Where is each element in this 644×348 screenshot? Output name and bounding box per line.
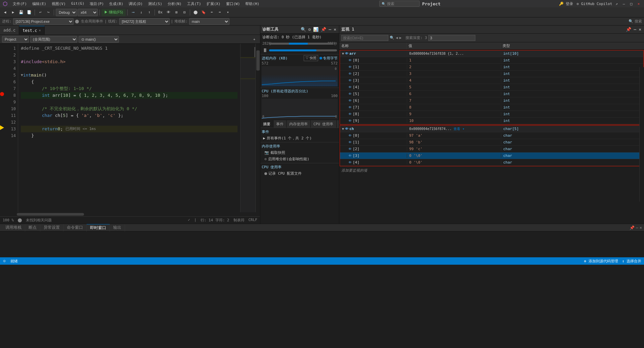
- toolbar-redo-btn[interactable]: ↪: [45, 9, 52, 16]
- immediate-content[interactable]: [0, 231, 644, 257]
- zoom-level[interactable]: 100 %: [3, 218, 14, 222]
- tab-add-c[interactable]: add.c: [0, 26, 19, 35]
- arr-item-2[interactable]: 👁[2]3int: [340, 71, 643, 77]
- thread-select[interactable]: [94272] 主线程: [119, 18, 170, 25]
- depth-input[interactable]: [428, 35, 475, 41]
- arr-group-row[interactable]: ▼ 👁 arr 0x0000004e7156f838 {1, 2... int[…: [340, 50, 643, 57]
- diag-pause-btn[interactable]: ⏸: [262, 47, 268, 53]
- arr-expand-icon[interactable]: ▼: [342, 52, 344, 55]
- bookmark-btn[interactable]: 🔖: [200, 9, 207, 16]
- minimize-button[interactable]: —: [621, 1, 627, 6]
- ch-item-0[interactable]: 👁[0]97 'a'char: [340, 132, 643, 139]
- menu-project[interactable]: 项目(P): [88, 1, 105, 7]
- ch-item-3[interactable]: 👁[3]0 '\0'char: [340, 153, 643, 159]
- menu-file[interactable]: 文件(F): [11, 1, 28, 7]
- arr-item-7[interactable]: 👁[7]8int: [340, 104, 643, 111]
- snapshot-item[interactable]: 📷 截取快照: [262, 149, 338, 156]
- github-copilot-label[interactable]: ⊙ GitHub Copilot: [576, 2, 612, 6]
- query-btn[interactable]: 查看 ▾: [454, 127, 464, 131]
- bookmark-next-btn[interactable]: ➡: [216, 9, 223, 16]
- login-label[interactable]: 🔑 登录: [559, 1, 573, 6]
- autos-btn[interactable]: ⊟: [181, 9, 188, 16]
- diag-header-btns[interactable]: 🔍 ⚙ 📊 📌 — ×: [300, 27, 337, 32]
- arr-item-1[interactable]: 👁[1]2int: [340, 64, 643, 71]
- bookmark-menu-btn[interactable]: ▾: [224, 9, 231, 16]
- maximize-button[interactable]: □: [629, 1, 634, 6]
- ch-group-row[interactable]: ▼ 👁 ch 0x0000004e7156f874... 查看 ▾ char[5…: [340, 126, 643, 132]
- editor-v-scrollbar[interactable]: [255, 44, 260, 212]
- arr-item-6[interactable]: 👁[6]7int: [340, 97, 643, 104]
- diag-mem-btns[interactable]: ▽ 快照 专用字节: [304, 55, 338, 61]
- all-events-item[interactable]: ▶ 所有事件(1 个，共 2 个): [262, 135, 338, 141]
- source-control-btn[interactable]: ⊕ 添加到源代码管理: [584, 259, 618, 264]
- monitor-close-btn[interactable]: ×: [638, 27, 642, 32]
- ch-item-2[interactable]: 👁[2]99 'c'char: [340, 146, 643, 153]
- bookmark-prev-btn[interactable]: ⬅: [208, 9, 215, 16]
- arr-item-0[interactable]: 👁[0]1int: [340, 57, 643, 64]
- bottom-tabs[interactable]: 调用堆栈 断点 异常设置 命令窗口 即时窗口 输出: [2, 224, 125, 231]
- menu-bar[interactable]: 文件(F) 编辑(E) 视图(V) Git(G) 项目(P) 生成(B) 调试(…: [11, 1, 261, 7]
- debug-config-select[interactable]: Debug: [56, 9, 77, 16]
- toolbar-forward-btn[interactable]: ▶: [9, 9, 17, 16]
- diag-pin-btn[interactable]: 📌: [320, 27, 327, 32]
- arr-item-9[interactable]: 👁[9]10int: [340, 118, 643, 124]
- stack-select[interactable]: main: [189, 18, 229, 25]
- continue-btn[interactable]: ▶ 继续(F5): [101, 9, 126, 16]
- window-controls[interactable]: — □ ×: [621, 1, 641, 6]
- hex-btn[interactable]: 0x: [157, 9, 164, 16]
- diag-graph-btn[interactable]: 📊: [312, 27, 319, 32]
- process-select[interactable]: [107136] Project.exe: [13, 18, 74, 25]
- diag-minimize-btn[interactable]: —: [328, 27, 332, 32]
- menu-edit[interactable]: 编辑(E): [31, 1, 48, 7]
- menu-view[interactable]: 视图(V): [50, 1, 67, 7]
- tab-command[interactable]: 命令窗口: [63, 224, 87, 231]
- bottom-close-btn[interactable]: ×: [640, 225, 642, 230]
- merge-label[interactable]: ↕ 选择合并: [622, 259, 641, 264]
- platform-select[interactable]: x64: [78, 9, 98, 16]
- tab-exception[interactable]: 异常设置: [40, 224, 63, 231]
- diag-tabs[interactable]: 摘要 事件 内存使用率 CPU 使用率: [260, 120, 339, 128]
- arr-item-5[interactable]: 👁[5]6int: [340, 91, 643, 97]
- monitor-header-btns[interactable]: 📌 — ×: [625, 27, 642, 32]
- menu-window[interactable]: 窗口(W): [225, 1, 242, 7]
- monitor-minimize-btn[interactable]: —: [633, 27, 637, 32]
- locals-btn[interactable]: ⊞: [173, 9, 180, 16]
- diag-tab-events[interactable]: 事件: [273, 120, 287, 128]
- tab-output[interactable]: 输出: [110, 224, 125, 231]
- toolbar-save-btn[interactable]: 💾: [17, 9, 25, 16]
- search-next-btn[interactable]: ▶: [399, 36, 402, 40]
- diag-gear-btn[interactable]: ⚙: [308, 27, 312, 32]
- tab-test-c-close[interactable]: ×: [39, 29, 41, 32]
- code-content[interactable]: #define _CRT_SECURE_NO_WARNINGS 1 #inclu…: [18, 44, 240, 212]
- global-search-box[interactable]: 🔍 搜索: [379, 1, 420, 7]
- diag-tab-summary[interactable]: 摘要: [260, 120, 273, 128]
- menu-build[interactable]: 生成(B): [108, 1, 125, 7]
- monitor-search-input[interactable]: [341, 35, 388, 41]
- menu-test[interactable]: 测试(S): [147, 1, 164, 7]
- toolbar-undo-btn[interactable]: ↩: [37, 9, 44, 16]
- breakpoint-8[interactable]: [0, 92, 4, 96]
- menu-analyze[interactable]: 分析(N): [166, 1, 183, 7]
- diag-close-btn[interactable]: ×: [333, 27, 337, 32]
- breakpoints-btn[interactable]: ⬤: [192, 9, 199, 16]
- menu-git[interactable]: Git(G): [70, 1, 86, 7]
- project-select[interactable]: Project: [2, 36, 29, 43]
- ch-expand-icon[interactable]: ▼: [342, 127, 344, 131]
- scope-select[interactable]: (全局范围): [30, 36, 77, 43]
- bottom-pin-btn[interactable]: 📌: [630, 225, 635, 230]
- monitor-v-scrollbar[interactable]: [639, 67, 644, 202]
- share-icon[interactable]: ↗: [615, 2, 618, 6]
- monitor-pin-btn[interactable]: 📌: [625, 27, 632, 32]
- snapshot-btn[interactable]: ▽ 快照: [304, 55, 318, 61]
- func-select[interactable]: ⊙ main(): [79, 36, 119, 43]
- step-out-btn[interactable]: ↑: [145, 9, 153, 16]
- editor-h-scrollbar[interactable]: [0, 212, 260, 216]
- arr-item-3[interactable]: 👁[3]4int: [340, 77, 643, 84]
- cpu-profile-item[interactable]: 记录 CPU 配置文件: [262, 170, 338, 177]
- diag-search-btn[interactable]: 🔍: [300, 27, 307, 32]
- diag-tab-cpu-usage[interactable]: CPU 使用率: [311, 120, 337, 128]
- toolbar-back-btn[interactable]: ◀: [1, 9, 9, 16]
- bottom-minimize-btn[interactable]: —: [636, 225, 638, 230]
- step-in-btn[interactable]: ↓: [137, 9, 145, 16]
- tab-breakpoints[interactable]: 断点: [25, 224, 40, 231]
